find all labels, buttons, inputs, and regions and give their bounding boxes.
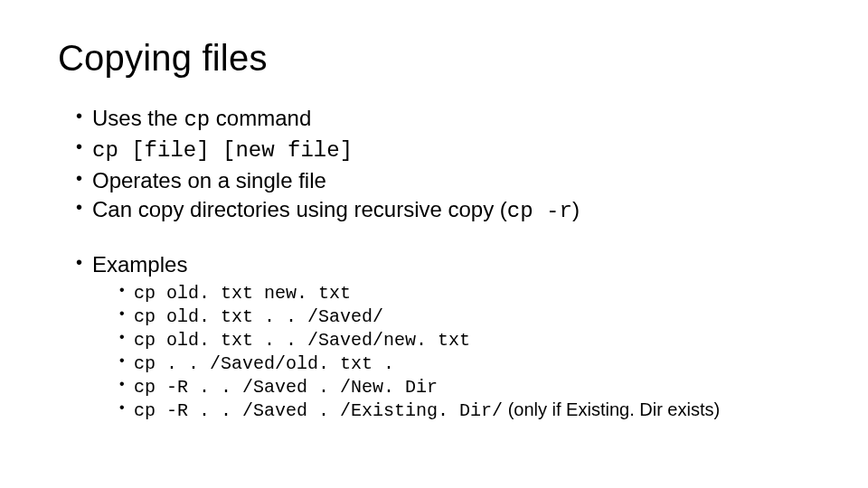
bullet-recursive: Can copy directories using recursive cop…	[76, 195, 810, 226]
examples-sublist: cp old. txt new. txt cp old. txt . . /Sa…	[92, 281, 810, 422]
bullet-single-file: Operates on a single file	[76, 166, 810, 195]
code-inline: cp -r	[507, 199, 572, 223]
spacer	[58, 227, 810, 250]
bullet-text: Operates on a single file	[92, 168, 326, 192]
slide-title: Copying files	[58, 38, 810, 79]
example-item: cp old. txt . . /Saved/	[119, 305, 810, 328]
code-line: cp -R . . /Saved . /New. Dir	[134, 377, 438, 398]
slide: Copying files Uses the cp command cp [fi…	[0, 0, 868, 488]
example-note: (only if Existing. Dir exists)	[503, 399, 720, 419]
example-item: cp -R . . /Saved . /Existing. Dir/ (only…	[119, 399, 810, 422]
example-item: cp old. txt . . /Saved/new. txt	[119, 328, 810, 352]
bullet-examples: Examples cp old. txt new. txt cp old. tx…	[76, 250, 810, 422]
code-line: cp . . /Saved/old. txt .	[134, 353, 394, 374]
code-line: cp old. txt new. txt	[134, 283, 351, 304]
example-item: cp old. txt new. txt	[119, 281, 810, 305]
code-inline: cp [file] [new file]	[92, 138, 353, 163]
bullet-text: Examples	[92, 252, 187, 277]
example-item: cp -R . . /Saved . /New. Dir	[119, 375, 810, 399]
bullet-text: Uses the	[92, 106, 184, 130]
bullet-list-examples: Examples cp old. txt new. txt cp old. tx…	[58, 250, 810, 422]
bullet-cp-syntax: cp [file] [new file]	[76, 135, 810, 165]
example-item: cp . . /Saved/old. txt .	[119, 352, 810, 375]
bullet-uses-cp: Uses the cp command	[76, 104, 810, 135]
bullet-list-main: Uses the cp command cp [file] [new file]…	[58, 104, 810, 227]
code-line: cp -R . . /Saved . /Existing. Dir/	[134, 400, 503, 421]
bullet-text: Can copy directories using recursive cop…	[92, 197, 507, 221]
bullet-text: )	[572, 197, 580, 221]
code-inline: cp	[184, 108, 210, 132]
code-line: cp old. txt . . /Saved/new. txt	[134, 330, 470, 351]
code-line: cp old. txt . . /Saved/	[134, 306, 383, 327]
bullet-text: command	[210, 106, 311, 130]
